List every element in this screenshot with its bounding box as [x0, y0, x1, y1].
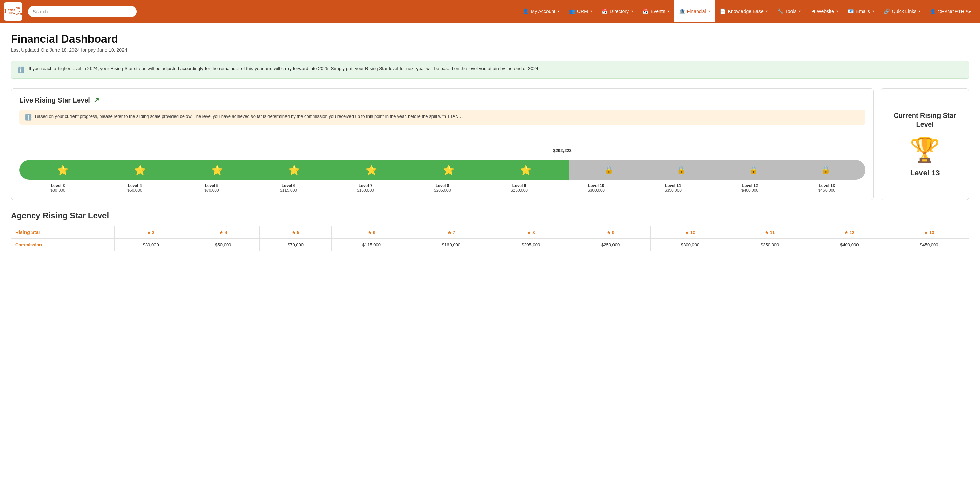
live-rising-star-panel: Live Rising Star Level ↗ ℹ️ Based on you… [11, 88, 874, 200]
nav-label-my-account: My Account [531, 8, 555, 14]
nav-label-quick-links: Quick Links [892, 8, 916, 14]
lock-level-10: 🔒 [605, 166, 614, 174]
star-icon-4: ★ [219, 230, 223, 235]
page-subtitle: Last Updated On: June 18, 2024 for pay J… [11, 47, 969, 53]
sidebar-item-directory[interactable]: 📅 Directory ▾ [597, 0, 638, 23]
info-banner-text: If you reach a higher level in 2024, you… [29, 66, 540, 71]
logo: ✈ TRIPS, TIPS, DEALS & MORE! [4, 2, 22, 21]
sidebar-item-financial[interactable]: 🏦 Financial ▾ [674, 0, 715, 23]
agency-section-title: Agency Rising Star Level [11, 211, 969, 220]
current-amount-label: $292,223 [553, 148, 572, 153]
account-icon: 👤 [523, 8, 529, 14]
user-label: CHANGETHIS▾ [937, 9, 971, 14]
row-val-10: $300,000 [650, 239, 730, 251]
star-icon-13: ★ [924, 230, 928, 235]
star-level-8: ⭐ [443, 164, 455, 176]
agency-table: Rising Star ★ 3 ★ 4 ★ 5 ★ [11, 226, 969, 251]
star-icon-10: ★ [685, 230, 689, 235]
lock-level-13: 🔒 [821, 166, 830, 174]
sidebar-item-quick-links[interactable]: 🔗 Quick Links ▾ [879, 0, 925, 23]
lock-level-12: 🔒 [749, 166, 758, 174]
table-header-13: ★ 13 [889, 226, 969, 239]
table-header-10: ★ 10 [650, 226, 730, 239]
level-label-3: Level 3 $30,000 [19, 183, 96, 193]
row-val-13: $450,000 [889, 239, 969, 251]
level-label-11: Level 11 $350,000 [635, 183, 711, 193]
table-header-5: ★ 5 [259, 226, 332, 239]
star-level-6: ⭐ [288, 164, 300, 176]
lock-level-11: 🔒 [676, 166, 686, 174]
level-label-10: Level 10 $300,000 [558, 183, 635, 193]
table-header-3: ★ 3 [115, 226, 187, 239]
star-icon-9: ★ [607, 230, 611, 235]
current-level-label: Level 13 [910, 169, 940, 177]
table-header-12: ★ 12 [810, 226, 889, 239]
chevron-icon: ▾ [668, 9, 669, 13]
level-label-12: Level 12 $400,000 [711, 183, 788, 193]
crm-icon: 👥 [569, 8, 576, 14]
sidebar-item-knowledge-base[interactable]: 📄 Knowledge Base ▾ [715, 0, 772, 23]
level-label-7: Level 7 $160,000 [327, 183, 404, 193]
events-icon: 📅 [643, 8, 649, 14]
row-val-3: $30,000 [115, 239, 187, 251]
nav-label-knowledge-base: Knowledge Base [728, 8, 764, 14]
row-val-7: $160,000 [411, 239, 491, 251]
level-label-4: Level 4 $50,000 [96, 183, 173, 193]
page-title: Financial Dashboard [11, 33, 969, 45]
trend-up-icon: ↗ [94, 96, 99, 104]
panels-row: Live Rising Star Level ↗ ℹ️ Based on you… [11, 88, 969, 200]
sidebar-item-website[interactable]: 🖥 Website ▾ [805, 0, 843, 23]
search-input[interactable] [28, 6, 137, 17]
chevron-icon: ▾ [872, 9, 874, 13]
table-header-row: Rising Star ★ 3 ★ 4 ★ 5 ★ [11, 226, 969, 239]
nav-label-tools: Tools [785, 8, 797, 14]
nav-label-crm: CRM [577, 8, 588, 14]
sidebar-item-crm[interactable]: 👥 CRM ▾ [564, 0, 597, 23]
level-labels: Level 3 $30,000 Level 4 $50,000 Level 5 … [19, 183, 865, 193]
sidebar-item-events[interactable]: 📅 Events ▾ [638, 0, 674, 23]
level-label-9: Level 9 $250,000 [481, 183, 558, 193]
level-label-6: Level 6 $115,000 [250, 183, 327, 193]
progress-fill: ⭐ ⭐ ⭐ ⭐ ⭐ ⭐ ⭐ [19, 160, 569, 180]
table-header-9: ★ 9 [571, 226, 650, 239]
directory-icon: 📅 [601, 8, 608, 14]
level-label-13: Level 13 $450,000 [788, 183, 865, 193]
level-label-8: Level 8 $205,000 [404, 183, 481, 193]
user-avatar-icon: 👤 [930, 9, 936, 14]
logo-line2: DEALS & MORE! [16, 7, 24, 16]
star-level-5: ⭐ [211, 164, 223, 176]
table-header-6: ★ 6 [332, 226, 411, 239]
nav-label-emails: Emails [856, 8, 870, 14]
financial-icon: 🏦 [679, 8, 685, 14]
star-level-3: ⭐ [57, 164, 69, 176]
alert-text: Based on your current progress, please r… [35, 114, 463, 119]
star-icon-12: ★ [844, 230, 848, 235]
nav-label-website: Website [817, 8, 834, 14]
alert-icon: ℹ️ [25, 114, 32, 121]
table-header-7: ★ 7 [411, 226, 491, 239]
star-level-7: ⭐ [366, 164, 377, 176]
search-container [28, 6, 164, 17]
row-val-9: $250,000 [571, 239, 650, 251]
progress-area: $292,223 ⭐ ⭐ ⭐ ⭐ ⭐ ⭐ ⭐ [19, 134, 865, 193]
sidebar-item-emails[interactable]: 📧 Emails ▾ [843, 0, 879, 23]
sidebar-item-tools[interactable]: 🔧 Tools ▾ [772, 0, 805, 23]
tools-icon: 🔧 [777, 8, 784, 14]
table-header-rising-star: Rising Star [11, 226, 115, 239]
row-label-commission: Commission [11, 239, 115, 251]
nav-items: 👤 My Account ▾ 👥 CRM ▾ 📅 Directory ▾ 📅 E… [518, 0, 926, 23]
chevron-icon: ▾ [837, 9, 838, 13]
star-icon-7: ★ [447, 230, 452, 235]
user-menu[interactable]: 👤 CHANGETHIS▾ [925, 7, 976, 16]
table-header-4: ★ 4 [187, 226, 259, 239]
level-label-5: Level 5 $70,000 [173, 183, 250, 193]
row-val-5: $70,000 [259, 239, 332, 251]
links-icon: 🔗 [884, 8, 890, 14]
row-val-12: $400,000 [810, 239, 889, 251]
emails-icon: 📧 [848, 8, 854, 14]
sidebar-item-my-account[interactable]: 👤 My Account ▾ [518, 0, 564, 23]
row-val-6: $115,000 [332, 239, 411, 251]
chevron-icon: ▾ [799, 9, 801, 13]
row-val-8: $205,000 [491, 239, 571, 251]
chevron-icon: ▾ [708, 9, 710, 13]
